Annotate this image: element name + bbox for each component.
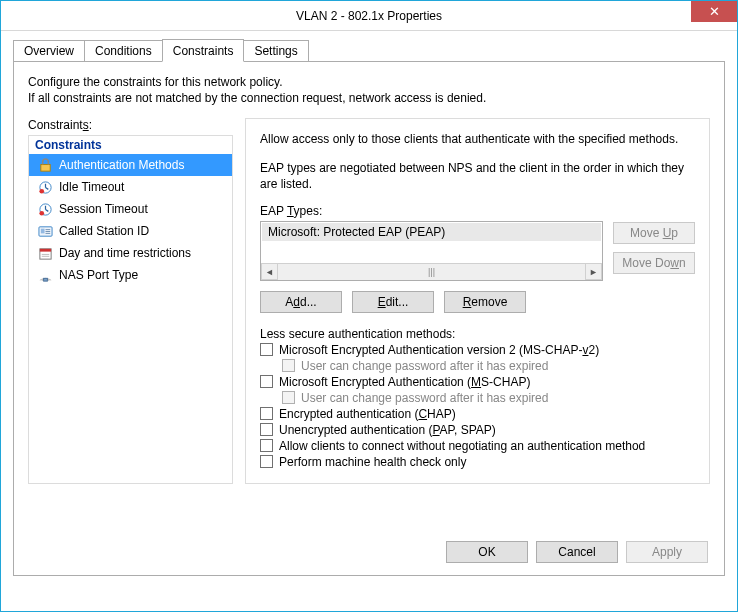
policy-description: Configure the constraints for this netwo…: [28, 74, 710, 106]
scroll-right-icon[interactable]: ►: [585, 263, 602, 280]
check-machine-health[interactable]: Perform machine health check only: [260, 455, 695, 469]
tab-settings[interactable]: Settings: [243, 40, 308, 62]
tab-overview[interactable]: Overview: [13, 40, 85, 62]
check-no-negotiation[interactable]: Allow clients to connect without negotia…: [260, 439, 695, 453]
window-title: VLAN 2 - 802.1x Properties: [296, 9, 442, 23]
svg-rect-15: [43, 278, 47, 281]
nav-day-time-restrictions[interactable]: Day and time restrictions: [29, 242, 232, 264]
checkbox[interactable]: [260, 343, 273, 356]
apply-button[interactable]: Apply: [626, 541, 708, 563]
eap-types-list[interactable]: Microsoft: Protected EAP (PEAP) ◄ ||| ►: [260, 221, 603, 281]
move-up-button[interactable]: Move Up: [613, 222, 695, 244]
titlebar: VLAN 2 - 802.1x Properties ✕: [1, 1, 737, 31]
panel-heading: Allow access only to those clients that …: [260, 131, 695, 147]
nav-label: Session Timeout: [59, 202, 148, 216]
details-panel: Allow access only to those clients that …: [245, 118, 710, 484]
add-button[interactable]: Add...: [260, 291, 342, 313]
hscrollbar[interactable]: ◄ ||| ►: [261, 263, 602, 280]
edit-button[interactable]: Edit...: [352, 291, 434, 313]
tab-constraints[interactable]: Constraints: [162, 39, 245, 62]
tab-body: Configure the constraints for this netwo…: [13, 61, 725, 576]
checkbox[interactable]: [260, 375, 273, 388]
checkbox[interactable]: [260, 407, 273, 420]
checkbox: [282, 391, 295, 404]
nav-label: Authentication Methods: [59, 158, 184, 172]
less-secure-label: Less secure authentication methods:: [260, 327, 695, 341]
move-down-button[interactable]: Move Down: [613, 252, 695, 274]
scroll-track[interactable]: |||: [278, 267, 585, 277]
svg-rect-6: [40, 229, 44, 234]
check-mschapv2-expired: User can change password after it has ex…: [282, 359, 695, 373]
nav-nas-port-type[interactable]: NAS Port Type: [29, 264, 232, 286]
checkbox[interactable]: [260, 423, 273, 436]
nav-idle-timeout[interactable]: Idle Timeout: [29, 176, 232, 198]
check-pap[interactable]: Unencrypted authentication (PAP, SPAP): [260, 423, 695, 437]
check-mschapv2[interactable]: Microsoft Encrypted Authentication versi…: [260, 343, 695, 357]
svg-rect-0: [40, 164, 49, 171]
nav-label: Idle Timeout: [59, 180, 124, 194]
calendar-icon: [37, 245, 53, 261]
nav-label: Called Station ID: [59, 224, 149, 238]
eap-description: EAP types are negotiated between NPS and…: [260, 160, 695, 192]
ok-button[interactable]: OK: [446, 541, 528, 563]
dialog-buttons: OK Cancel Apply: [446, 541, 708, 563]
checkbox[interactable]: [260, 455, 273, 468]
svg-point-4: [39, 211, 44, 216]
svg-point-2: [39, 189, 44, 194]
port-icon: [37, 267, 53, 283]
id-icon: [37, 223, 53, 239]
close-icon: ✕: [709, 4, 720, 19]
lock-icon: [37, 157, 53, 173]
list-item[interactable]: Microsoft: Protected EAP (PEAP): [262, 223, 601, 241]
idle-icon: [37, 179, 53, 195]
constraints-group-title: Constraints: [29, 136, 232, 154]
checkbox[interactable]: [260, 439, 273, 452]
session-icon: [37, 201, 53, 217]
client-area: Overview Conditions Constraints Settings…: [1, 31, 737, 576]
svg-rect-11: [39, 249, 50, 252]
nav-session-timeout[interactable]: Session Timeout: [29, 198, 232, 220]
tab-conditions[interactable]: Conditions: [84, 40, 163, 62]
close-button[interactable]: ✕: [691, 1, 737, 22]
constraints-panel: Constraints: Constraints Authentication …: [28, 118, 233, 484]
check-mschap-expired: User can change password after it has ex…: [282, 391, 695, 405]
checkbox: [282, 359, 295, 372]
scroll-left-icon[interactable]: ◄: [261, 263, 278, 280]
constraints-group: Constraints Authentication Methods Idle …: [28, 135, 233, 484]
constraints-label: Constraints:: [28, 118, 233, 132]
nav-label: NAS Port Type: [59, 268, 138, 282]
nav-called-station-id[interactable]: Called Station ID: [29, 220, 232, 242]
tabs: Overview Conditions Constraints Settings: [13, 39, 725, 62]
eap-types-label: EAP Types:: [260, 204, 695, 218]
cancel-button[interactable]: Cancel: [536, 541, 618, 563]
nav-label: Day and time restrictions: [59, 246, 191, 260]
nav-authentication-methods[interactable]: Authentication Methods: [29, 154, 232, 176]
check-mschap[interactable]: Microsoft Encrypted Authentication (MS-C…: [260, 375, 695, 389]
remove-button[interactable]: Remove: [444, 291, 526, 313]
check-chap[interactable]: Encrypted authentication (CHAP): [260, 407, 695, 421]
